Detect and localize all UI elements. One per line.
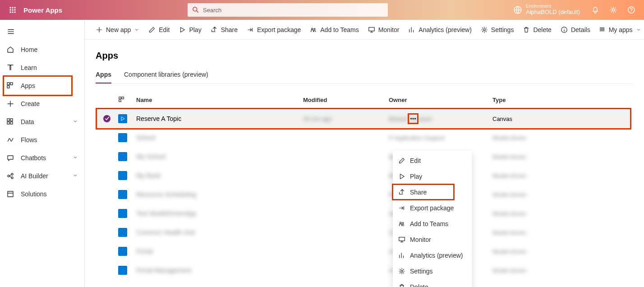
sidebar-item-create[interactable]: Create (0, 95, 84, 113)
data-icon (6, 118, 14, 126)
sidebar-item-label: Flows (21, 136, 37, 144)
table-row[interactable]: School P Application Support Model-drive… (96, 128, 633, 147)
ctx-label: Monitor (410, 236, 431, 243)
sidebar-item-home[interactable]: Home (0, 41, 84, 59)
ctx-edit[interactable]: Edit (393, 153, 472, 168)
app-thumbnail (118, 209, 127, 218)
edit-icon (148, 26, 156, 33)
trash-icon (523, 26, 530, 33)
chevron-down-icon (73, 154, 78, 162)
app-thumbnail (118, 266, 127, 275)
details-button[interactable]: Details (561, 26, 590, 33)
table-row[interactable]: Test ModelDrivenApp Adam Yau Model-drive… (96, 204, 633, 223)
my-apps-filter[interactable]: My apps (599, 26, 641, 33)
row-checkbox[interactable] (103, 115, 110, 122)
app-type: Model-driven (492, 134, 526, 141)
table-row[interactable]: Resource Scheduling Pureness Ava Model-d… (96, 185, 633, 204)
col-owner[interactable]: Owner (389, 97, 492, 103)
app-thumbnail (118, 247, 127, 256)
sidebar-item-label: AI Builder (21, 172, 48, 180)
settings-button[interactable]: Settings (481, 26, 514, 33)
sidebar-item-flows[interactable]: Flows (0, 131, 84, 149)
ctx-add-teams[interactable]: Add to Teams (393, 216, 472, 231)
delete-button[interactable]: Delete (523, 26, 551, 33)
sidebar-item-label: Chatbots (21, 154, 46, 162)
bell-icon (591, 6, 599, 14)
play-button[interactable]: Play (179, 26, 201, 33)
sidebar-item-solutions[interactable]: Solutions (0, 185, 84, 203)
cmd-label: Share (221, 26, 238, 33)
tabs: Apps Component libraries (preview) (96, 71, 633, 84)
page-title: Apps (96, 51, 633, 61)
sidebar-item-label: Create (21, 100, 40, 107)
row-more-button[interactable] (408, 113, 419, 124)
home-icon (6, 46, 14, 54)
export-icon (398, 204, 405, 212)
ctx-share[interactable]: Share (393, 184, 472, 200)
export-button[interactable]: Export package (247, 26, 301, 33)
solutions-icon (6, 190, 14, 198)
ctx-export[interactable]: Export package (393, 200, 472, 216)
environment-picker[interactable]: Environment AlphaBOLD (default) (513, 4, 580, 16)
sidebar-toggle[interactable] (0, 23, 84, 41)
notifications-button[interactable] (586, 0, 604, 20)
ctx-delete[interactable]: Delete (393, 279, 472, 287)
sidebar-item-label: Home (21, 46, 37, 53)
ctx-monitor[interactable]: Monitor (393, 231, 472, 247)
col-modified[interactable]: Modified (303, 97, 389, 103)
app-type: Model-driven (492, 191, 526, 198)
chevron-down-icon (73, 118, 78, 125)
chevron-down-icon (636, 27, 641, 32)
environment-label: Environment (526, 4, 580, 9)
monitor-button[interactable]: Monitor (368, 26, 400, 33)
sidebar-item-data[interactable]: Data (0, 113, 84, 131)
app-type: Model-driven (492, 153, 526, 160)
gear-icon (398, 268, 405, 275)
search-input[interactable] (188, 3, 388, 17)
sidebar-item-chatbots[interactable]: Chatbots (0, 149, 84, 167)
check-icon (105, 116, 109, 121)
ai-builder-icon (6, 172, 14, 180)
ctx-analytics[interactable]: Analytics (preview) (393, 247, 472, 263)
ctx-play[interactable]: Play (393, 168, 472, 184)
app-launcher-icon[interactable] (4, 0, 22, 20)
sidebar-item-ai-builder[interactable]: AI Builder (0, 167, 84, 185)
app-type: Model-driven (492, 172, 526, 179)
edit-button[interactable]: Edit (148, 26, 170, 33)
teams-icon (310, 26, 317, 33)
table-row[interactable]: My Bank Muhammad Abrar Model-driven (96, 166, 633, 185)
tab-component-libraries[interactable]: Component libraries (preview) (124, 71, 208, 83)
sidebar-item-label: Apps (21, 82, 35, 89)
app-type: Model-driven (492, 210, 526, 217)
col-type[interactable]: Type (492, 97, 633, 103)
table-row[interactable]: Portal Asad Ullah Model-driven (96, 242, 633, 261)
app-thumbnail (118, 133, 127, 142)
app-name: Reserve A Topic (136, 115, 181, 122)
ctx-label: Delete (410, 283, 428, 287)
table-row-selected[interactable]: Reserve A Topic 26 min ago Bilawal Kamaa… (96, 109, 633, 128)
table-row[interactable]: Portal Management Ahmed Biri Model-drive… (96, 261, 633, 280)
col-name[interactable]: Name (136, 97, 303, 103)
app-thumbnail (118, 152, 127, 161)
analytics-button[interactable]: Analytics (preview) (408, 26, 471, 33)
app-type: Model-driven (492, 248, 526, 255)
app-name: School (136, 134, 156, 141)
cmd-label: Settings (491, 26, 514, 33)
help-button[interactable] (622, 0, 640, 20)
ctx-label: Analytics (preview) (410, 252, 463, 259)
table-row[interactable]: My School Muhammad Abrar Model-driven (96, 147, 633, 166)
trash-icon (398, 283, 405, 287)
ctx-settings[interactable]: Settings (393, 263, 472, 279)
share-button[interactable]: Share (211, 26, 238, 33)
settings-button[interactable] (604, 0, 622, 20)
app-name: My Bank (136, 172, 161, 179)
sidebar-item-apps[interactable]: Apps (0, 77, 84, 95)
gear-icon (609, 6, 617, 14)
app-thumbnail (118, 228, 127, 237)
add-to-teams-button[interactable]: Add to Teams (310, 26, 359, 33)
sidebar-item-learn[interactable]: Learn (0, 59, 84, 77)
sidebar-item-label: Learn (21, 64, 37, 71)
new-app-button[interactable]: New app (96, 26, 139, 33)
tab-apps[interactable]: Apps (96, 71, 111, 83)
table-row[interactable]: Common Health Hub CHHCIA Model-driven (96, 223, 633, 242)
